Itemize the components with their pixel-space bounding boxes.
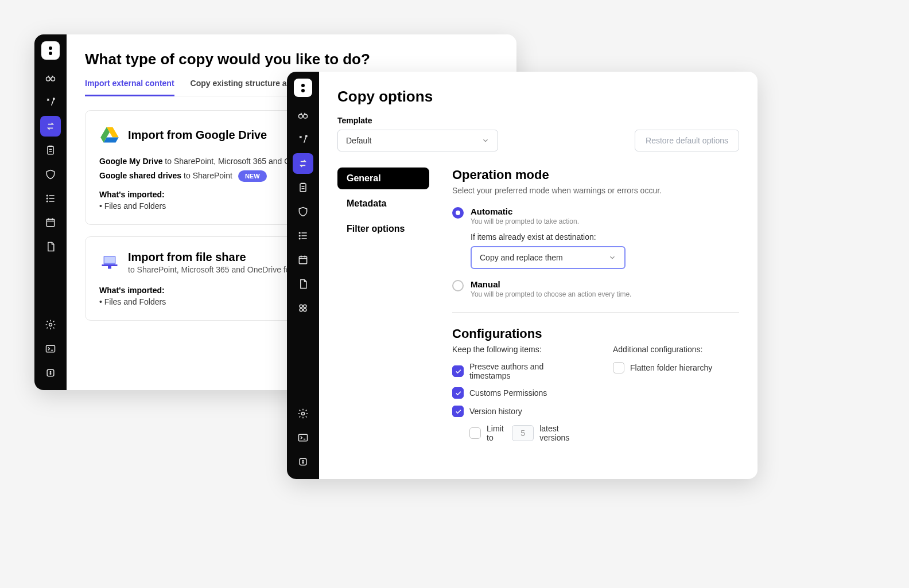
shield-icon[interactable] [40, 164, 61, 185]
check-preserve-authors[interactable]: Preseve authors and timestamps [452, 362, 578, 380]
exists-label: If items already exist at destination: [471, 232, 739, 242]
radio-input[interactable] [452, 280, 464, 291]
svg-rect-31 [300, 458, 306, 465]
google-drive-icon [99, 124, 120, 145]
terminal-icon[interactable] [293, 427, 313, 448]
checkbox-label: Preseve authors and timestamps [469, 362, 578, 380]
svg-rect-30 [299, 434, 308, 441]
restore-defaults-button[interactable]: Restore default options [635, 130, 739, 151]
clipboard-icon[interactable] [40, 140, 61, 161]
calendar-icon[interactable] [293, 250, 313, 270]
template-value: Default [346, 136, 371, 145]
tab-import[interactable]: Import external content [85, 79, 174, 96]
template-label: Template [337, 116, 498, 125]
operation-mode-sub: Select your preferred mode when warnings… [452, 186, 739, 195]
nav-metadata[interactable]: Metadata [337, 193, 429, 215]
svg-point-32 [302, 461, 304, 462]
svg-point-23 [299, 238, 300, 239]
file-icon[interactable] [40, 236, 61, 257]
strategy-icon[interactable] [40, 92, 61, 112]
checkbox-input[interactable] [452, 387, 464, 399]
svg-point-4 [46, 195, 48, 196]
list-icon[interactable] [293, 225, 313, 246]
svg-point-12 [50, 373, 51, 375]
template-select[interactable]: Default [337, 130, 498, 151]
limit-label: Limit to [487, 424, 506, 442]
svg-point-25 [300, 305, 302, 307]
svg-rect-10 [47, 369, 54, 376]
configurations-heading: Configurations [452, 326, 739, 341]
radio-label: Manual [471, 279, 739, 289]
keep-label: Keep the following items: [452, 345, 578, 354]
transfer-icon[interactable] [293, 153, 313, 174]
transfer-icon[interactable] [40, 116, 61, 137]
divider [452, 312, 739, 313]
radio-input[interactable] [452, 207, 464, 219]
gear-icon[interactable] [40, 314, 61, 335]
svg-point-6 [46, 201, 48, 202]
nav-filter[interactable]: Filter options [337, 218, 429, 240]
checkbox-input[interactable] [613, 362, 624, 373]
svg-point-29 [302, 412, 305, 415]
clipboard-icon[interactable] [293, 177, 313, 198]
svg-point-1 [51, 77, 55, 81]
sidebar [34, 34, 67, 390]
radio-label: Automatic [471, 207, 739, 216]
file-icon[interactable] [293, 274, 313, 294]
svg-point-0 [46, 77, 50, 81]
svg-rect-14 [104, 256, 115, 263]
app-logo[interactable] [41, 41, 60, 60]
file-share-icon [99, 252, 120, 273]
check-permissions[interactable]: Customs Permissions [452, 387, 578, 399]
check-version-history[interactable]: Version history [452, 406, 578, 417]
check-limit-versions[interactable]: Limit to latest versions [469, 424, 578, 442]
app-logo[interactable] [294, 79, 312, 97]
card-title: Import from Google Drive [128, 128, 267, 142]
collapse-icon[interactable] [293, 451, 313, 472]
checkbox-input[interactable] [452, 365, 464, 377]
radio-automatic[interactable]: Automatic You will be prompted to take a… [452, 207, 739, 269]
exists-select[interactable]: Copy and replace them [471, 246, 626, 269]
svg-rect-16 [108, 266, 111, 269]
svg-point-26 [304, 305, 306, 307]
limit-input[interactable] [512, 425, 534, 441]
calendar-icon[interactable] [40, 212, 61, 233]
binoculars-icon[interactable] [40, 68, 61, 88]
sidebar [287, 72, 319, 479]
checkbox-input[interactable] [452, 406, 464, 417]
checkbox-label: Customs Permissions [469, 388, 547, 398]
svg-point-11 [50, 372, 51, 373]
operation-mode-heading: Operation mode [452, 168, 739, 182]
copy-options-panel: Copy options Template Default Restore de… [287, 72, 758, 479]
gear-icon[interactable] [293, 403, 313, 424]
exists-value: Copy and replace them [480, 253, 563, 262]
svg-point-27 [300, 309, 302, 311]
svg-point-8 [49, 324, 52, 326]
terminal-icon[interactable] [40, 338, 61, 359]
check-flatten[interactable]: Flatten folder hierarchy [613, 362, 739, 373]
strategy-icon[interactable] [293, 129, 313, 150]
svg-point-18 [304, 114, 308, 118]
checkbox-label: Flatten folder hierarchy [630, 363, 712, 372]
svg-rect-9 [46, 345, 55, 352]
radio-manual[interactable]: Manual You will be prompted to choose an… [452, 279, 739, 298]
svg-point-28 [304, 309, 306, 311]
chevron-down-icon [481, 137, 490, 145]
svg-point-21 [299, 232, 300, 233]
section-nav: General Metadata Filter options [337, 168, 429, 449]
binoculars-icon[interactable] [293, 105, 313, 126]
svg-point-17 [299, 114, 303, 118]
svg-rect-15 [102, 264, 118, 266]
shield-icon[interactable] [293, 201, 313, 222]
radio-hint: You will be prompted to choose an action… [471, 290, 739, 298]
svg-rect-20 [300, 184, 306, 191]
list-icon[interactable] [40, 188, 61, 209]
nav-general[interactable]: General [337, 168, 429, 189]
collapse-icon[interactable] [40, 363, 61, 383]
svg-rect-24 [299, 256, 306, 264]
checkbox-input[interactable] [469, 427, 481, 439]
chevron-down-icon [608, 254, 616, 262]
page-title: What type of copy would you like to do? [85, 50, 498, 68]
grid-icon[interactable] [293, 298, 313, 318]
svg-point-22 [299, 235, 300, 236]
